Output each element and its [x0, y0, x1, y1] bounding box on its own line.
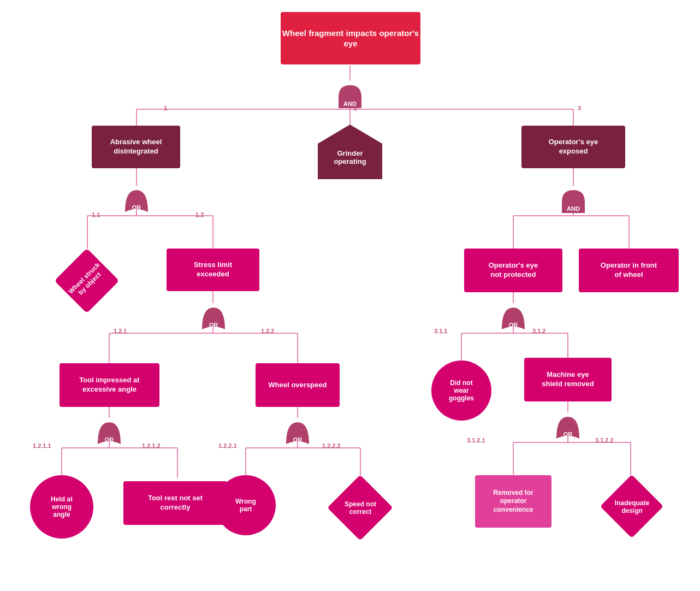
label-b122: 1.2.2 — [261, 328, 274, 334]
label-b1212: 1.2.1.2 — [142, 442, 161, 449]
node-stress-limit: Stress limitexceeded — [167, 249, 259, 291]
node-no-goggles: Did notweargoggles — [431, 360, 491, 421]
root-node: Wheel fragment impacts operator's eye — [281, 12, 420, 64]
or-gate-122: OR — [282, 418, 313, 450]
label-b3122: 3.1.2.2 — [595, 437, 614, 444]
node-abrasive-wheel: Abrasive wheeldisintegrated — [92, 126, 180, 168]
or-gate-12: OR — [198, 303, 229, 335]
node-wrong-part: Wrongpart — [216, 475, 276, 535]
label-b12: 1.2 — [195, 211, 204, 218]
or-gate-312: OR — [552, 412, 584, 444]
and-main-label: AND — [343, 101, 357, 107]
or-gate-31: OR — [497, 303, 529, 335]
node-wheel-struck: Wheel struckby object — [55, 249, 119, 313]
or-gate-1-label: OR — [132, 204, 141, 211]
label-b3: 3 — [578, 105, 581, 111]
node-operator-in-front: Operator in frontof wheel — [579, 249, 679, 292]
label-b3121: 3.1.2.1 — [467, 437, 485, 444]
and-gate-3-label: AND — [567, 205, 580, 212]
and-gate-3: AND — [557, 186, 589, 217]
or-gate-31-label: OR — [509, 322, 518, 328]
and-main-gate: AND — [334, 81, 366, 113]
or-gate-12-label: OR — [209, 322, 218, 328]
node-tool-rest: Tool rest not setcorrectly — [123, 481, 227, 525]
label-b11: 1.1 — [92, 211, 100, 218]
node-eye-exposed: Operator's eyeexposed — [521, 126, 625, 168]
or-gate-121: OR — [93, 418, 125, 450]
label-b1222: 1.2.2.2 — [322, 442, 341, 449]
fault-tree-diagram: Wheel fragment impacts operator's eye AN… — [0, 0, 700, 591]
label-b312: 3.1.2 — [532, 328, 545, 334]
label-b1: 1 — [164, 105, 167, 111]
node-grinder-operating: Grinderoperating — [318, 125, 382, 179]
node-tool-angle: Tool impressed atexcessive angle — [60, 363, 159, 407]
label-b1211: 1.2.1.1 — [33, 442, 51, 449]
label-b1221: 1.2.2.1 — [218, 442, 237, 449]
or-gate-1: OR — [121, 186, 152, 217]
or-gate-312-label: OR — [563, 431, 573, 438]
or-gate-122-label: OR — [293, 436, 302, 443]
or-gate-121-label: OR — [105, 436, 114, 443]
node-speed-not-correct: Speed notcorrect — [328, 475, 393, 541]
node-removed-convenience: Removed foroperatorconvenience — [475, 475, 551, 528]
label-b311: 3.1.1 — [434, 328, 447, 334]
node-shield-removed: Machine eyeshield removed — [524, 358, 612, 401]
node-held-wrong-angle: Held atwrongangle — [30, 475, 93, 539]
node-inadequate-design: Inadequatedesign — [601, 475, 663, 538]
node-wheel-overspeed: Wheel overspeed — [256, 363, 340, 407]
label-b121: 1.2.1 — [114, 328, 127, 334]
node-eye-not-protected: Operator's eyenot protected — [464, 249, 562, 292]
